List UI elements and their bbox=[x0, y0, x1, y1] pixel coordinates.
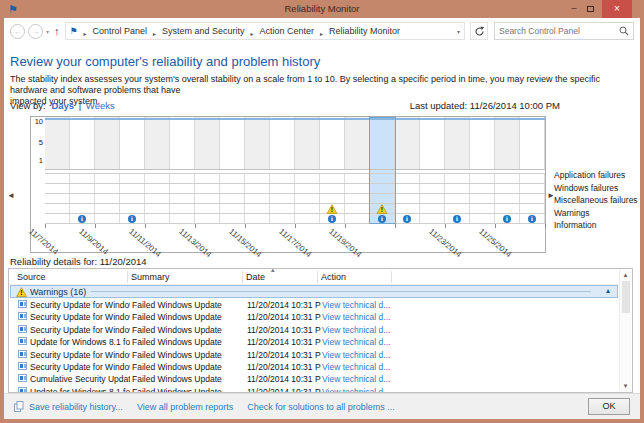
table-row[interactable]: Security Update for Windows 8.1 f...Fail… bbox=[10, 324, 618, 336]
table-row[interactable]: Update for Windows 8.1 for x64-b...Faile… bbox=[10, 386, 618, 392]
scrollbar-up-icon[interactable]: ▴ bbox=[620, 271, 631, 279]
action-link[interactable]: View technical d... bbox=[322, 362, 412, 372]
chart-day-column[interactable] bbox=[70, 117, 95, 169]
chart-grid-cell bbox=[295, 204, 320, 213]
chart-grid-cell bbox=[295, 214, 320, 223]
chart-day-column[interactable] bbox=[395, 117, 420, 169]
view-weeks-link[interactable]: Weeks bbox=[86, 100, 115, 111]
chart-grid-cell bbox=[70, 184, 95, 193]
chart-day-column[interactable] bbox=[270, 117, 295, 169]
action-link[interactable]: View technical d... bbox=[322, 337, 412, 347]
action-link[interactable]: View technical d... bbox=[322, 374, 412, 384]
chart-day-column[interactable] bbox=[220, 117, 245, 169]
chart-day-column[interactable] bbox=[445, 117, 470, 169]
column-header-summary[interactable]: Summary bbox=[131, 272, 170, 282]
close-button[interactable] bbox=[602, 0, 632, 18]
ok-button[interactable]: OK bbox=[588, 398, 630, 415]
chart-grid-cell bbox=[295, 184, 320, 193]
chart-day-column[interactable] bbox=[520, 117, 545, 169]
search-input[interactable] bbox=[499, 26, 619, 36]
svg-text:!: ! bbox=[20, 289, 22, 296]
refresh-button[interactable] bbox=[470, 22, 488, 40]
address-bar[interactable]: ⚑ Control PanelSystem and SecurityAction… bbox=[65, 22, 465, 40]
forward-button[interactable]: → bbox=[28, 24, 43, 39]
action-link[interactable]: View technical d... bbox=[322, 350, 412, 360]
chart-day-column[interactable] bbox=[370, 117, 395, 169]
chart-day-column[interactable] bbox=[170, 117, 195, 169]
table-rows: Security Update for Windows 8.1 f...Fail… bbox=[10, 299, 618, 392]
up-button[interactable]: ↑ bbox=[54, 25, 60, 37]
warnings-group-row[interactable]: ! Warnings (16) ▴ bbox=[10, 285, 618, 298]
check-for-solutions-link[interactable]: Check for solutions to all problems ... bbox=[247, 402, 395, 412]
table-row[interactable]: Security Update for Windows 8.1 f...Fail… bbox=[10, 349, 618, 361]
back-button[interactable]: ← bbox=[10, 24, 25, 39]
chart-day-column[interactable] bbox=[45, 117, 70, 169]
chart-grid-cell bbox=[70, 204, 95, 213]
view-separator: | bbox=[79, 100, 81, 111]
category-row-label: Warnings bbox=[554, 207, 640, 220]
collapse-icon[interactable]: ▴ bbox=[606, 286, 610, 295]
chart-day-column[interactable] bbox=[470, 117, 495, 169]
chart-grid-cell bbox=[145, 174, 170, 183]
table-row[interactable]: Cumulative Security Update for In...Fail… bbox=[10, 373, 618, 385]
info-icon bbox=[453, 215, 461, 223]
chart-grid-cell bbox=[195, 214, 220, 223]
minimize-button[interactable] bbox=[566, 0, 582, 18]
scroll-left-icon[interactable]: ◄ bbox=[7, 191, 15, 200]
column-header-date[interactable]: Date bbox=[246, 272, 265, 282]
column-separator bbox=[317, 271, 318, 283]
table-row[interactable]: Security Update for Windows 8.1 f...Fail… bbox=[10, 311, 618, 323]
column-header-source[interactable]: Source bbox=[17, 272, 46, 282]
chart-grid-cell bbox=[320, 184, 345, 193]
chart-graph-row bbox=[45, 117, 545, 170]
view-all-problem-reports-link[interactable]: View all problem reports bbox=[137, 402, 233, 412]
breadcrumb-separator-icon bbox=[78, 22, 93, 40]
chart-grid-row bbox=[45, 194, 545, 204]
chart-grid-cell bbox=[420, 184, 445, 193]
chart-day-column[interactable] bbox=[120, 117, 145, 169]
summary-cell: Failed Windows Update bbox=[132, 374, 244, 384]
chart-grid-cell bbox=[120, 174, 145, 183]
action-link[interactable]: View technical d... bbox=[322, 387, 412, 392]
y-axis-tick: 10 bbox=[31, 117, 43, 126]
chart-day-column[interactable] bbox=[145, 117, 170, 169]
chart-day-column[interactable] bbox=[345, 117, 370, 169]
chart-day-column[interactable] bbox=[195, 117, 220, 169]
table-row[interactable]: Update for Windows 8.1 for x64-b...Faile… bbox=[10, 336, 618, 348]
source-icon bbox=[18, 300, 27, 308]
address-dropdown-icon[interactable]: ▾ bbox=[453, 28, 460, 35]
action-link[interactable]: View technical d... bbox=[322, 312, 412, 322]
chart-day-column[interactable] bbox=[495, 117, 520, 169]
breadcrumb-item[interactable]: Action Center bbox=[260, 26, 315, 36]
scrollbar-thumb[interactable] bbox=[622, 281, 630, 313]
table-scrollbar[interactable]: ▴ ▾ bbox=[619, 270, 631, 391]
breadcrumb-item[interactable]: Control Panel bbox=[93, 26, 148, 36]
chart-grid-cell bbox=[195, 204, 220, 213]
history-dropdown-icon[interactable]: ▾ bbox=[46, 28, 49, 35]
chart-day-column[interactable] bbox=[95, 117, 120, 169]
chart-day-column[interactable] bbox=[245, 117, 270, 169]
breadcrumb-item[interactable]: Reliability Monitor bbox=[329, 26, 400, 36]
date-label: 11/15/2014 bbox=[227, 227, 263, 259]
action-link[interactable]: View technical d... bbox=[322, 300, 412, 310]
action-link[interactable]: View technical d... bbox=[322, 325, 412, 335]
breadcrumb-item[interactable]: System and Security bbox=[162, 26, 245, 36]
column-header-action[interactable]: Action bbox=[321, 272, 346, 282]
chart-grid-cell bbox=[495, 204, 520, 213]
save-reliability-history-link[interactable]: Save reliability history... bbox=[29, 402, 123, 412]
chart-grid-cell bbox=[445, 174, 470, 183]
chart-grid-cell bbox=[195, 174, 220, 183]
chart-day-column[interactable] bbox=[295, 117, 320, 169]
search-box[interactable] bbox=[494, 22, 634, 40]
maximize-button[interactable] bbox=[582, 0, 598, 18]
date-cell: 11/20/2014 10:31 PM bbox=[247, 325, 321, 335]
warning-icon: ! bbox=[377, 204, 388, 214]
chart-grid-cell bbox=[270, 174, 295, 183]
chart-day-column[interactable] bbox=[320, 117, 345, 169]
chart-grid-cell bbox=[520, 174, 545, 183]
table-row[interactable]: Security Update for Windows 8.1 f...Fail… bbox=[10, 361, 618, 373]
view-days-link[interactable]: Days bbox=[51, 100, 74, 111]
scrollbar-down-icon[interactable]: ▾ bbox=[620, 382, 631, 390]
table-row[interactable]: Security Update for Windows 8.1 f...Fail… bbox=[10, 299, 618, 311]
chart-day-column[interactable] bbox=[420, 117, 445, 169]
